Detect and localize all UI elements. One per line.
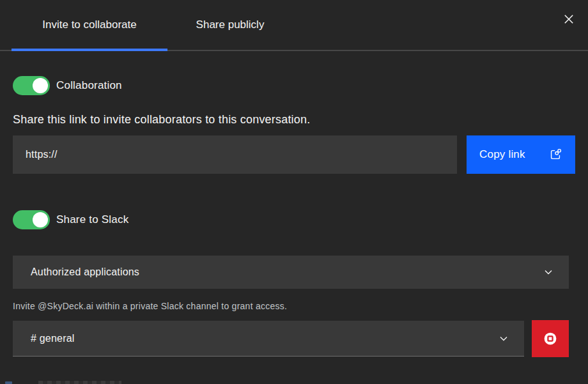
stop-slack-share-button[interactable]	[532, 320, 569, 357]
tab-share-publicly[interactable]: Share publicly	[167, 0, 293, 49]
active-tab-underline	[12, 49, 167, 51]
share-dialog: Invite to collaborate Share publicly Col…	[0, 0, 588, 384]
chevron-down-icon	[543, 267, 553, 277]
collaboration-description: Share this link to invite collaborators …	[13, 113, 310, 127]
copy-link-button-label: Copy link	[479, 148, 525, 161]
copy-link-button[interactable]: Copy link	[467, 135, 575, 174]
chevron-down-icon	[499, 334, 509, 344]
stop-icon	[541, 329, 560, 348]
share-link-input[interactable]	[13, 135, 457, 174]
share-to-slack-toggle[interactable]	[13, 210, 50, 229]
collaboration-toggle-label: Collaboration	[56, 76, 122, 95]
copy-link-icon	[548, 148, 562, 162]
share-to-slack-toggle-label: Share to Slack	[56, 210, 128, 229]
close-button[interactable]	[559, 9, 579, 29]
slack-channel-select[interactable]: # general	[13, 321, 524, 357]
collaboration-toggle[interactable]	[13, 76, 50, 95]
close-icon	[563, 13, 575, 25]
tab-label: Invite to collaborate	[42, 19, 136, 31]
tab-invite-to-collaborate[interactable]: Invite to collaborate	[12, 0, 167, 49]
slack-helper-text: Invite @SkyDeck.ai within a private Slac…	[13, 301, 287, 311]
toggle-knob	[33, 212, 48, 227]
tab-label: Share publicly	[196, 19, 265, 31]
clipped-next-content	[38, 381, 121, 384]
authorized-applications-select[interactable]: Authorized applications	[13, 256, 569, 289]
slack-channel-select-value: # general	[31, 333, 499, 344]
authorized-applications-select-value: Authorized applications	[31, 266, 543, 278]
toggle-knob	[33, 78, 48, 93]
clipped-next-content	[5, 381, 12, 384]
